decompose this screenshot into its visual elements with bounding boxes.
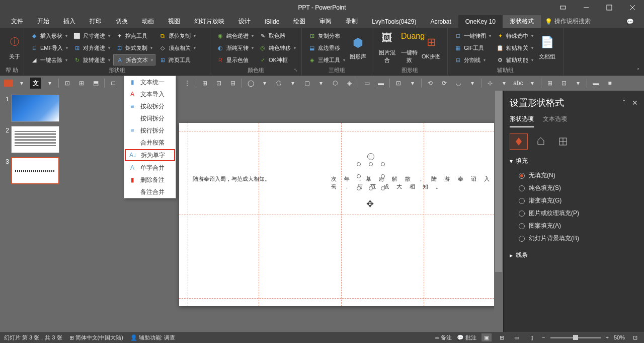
tab-design[interactable]: 设计 <box>231 15 258 28</box>
zoom-percent[interactable]: 50% <box>614 334 625 340</box>
fill-option-slidebg[interactable]: 幻灯片背景填充(B) <box>510 232 638 245</box>
thumbnail-2[interactable] <box>11 126 59 153</box>
qat-btn-27[interactable]: ⊡ <box>558 78 570 89</box>
share-button[interactable]: 💬 <box>626 18 634 25</box>
image-blend-button[interactable]: 🖼图片混合 <box>376 30 397 65</box>
inplace-copy-button[interactable]: ⧉原位复制▾ <box>156 30 198 41</box>
menu-merge-notes[interactable]: 备注合并 <box>124 186 176 198</box>
tab-onekey[interactable]: OneKey 10 <box>458 15 503 28</box>
section-line-header[interactable]: ▸线条 <box>510 251 638 259</box>
menu-text-unify[interactable]: ▮文本统一 <box>124 76 176 88</box>
qat-btn-15[interactable]: ▢ <box>301 78 312 89</box>
zoom-in-button[interactable]: + <box>606 334 609 340</box>
qat-btn-dd23[interactable]: ▾ <box>467 78 478 89</box>
panel-icon-effects[interactable] <box>532 133 550 150</box>
qat-btn-dd20[interactable]: ▾ <box>407 78 418 89</box>
split-merge-text-button[interactable]: A拆合文本▾ <box>113 54 155 65</box>
tab-acrobat[interactable]: Acrobat <box>423 15 458 28</box>
qat-btn-1[interactable]: ⊡ <box>62 78 73 89</box>
menu-split-char[interactable]: A↓拆为单字 <box>125 149 175 161</box>
gif-tool-button[interactable]: ▦GIF工具 <box>452 42 493 53</box>
menu-delete-notes[interactable]: ▮删除备注 <box>124 174 176 186</box>
tab-review[interactable]: 审阅 <box>312 15 339 28</box>
panel-tab-text-options[interactable]: 文本选项 <box>543 115 567 127</box>
fill-option-none[interactable]: 无填充(N) <box>510 169 638 182</box>
panel-icon-fill[interactable] <box>510 133 528 150</box>
color-picker-button[interactable]: ✎取色器 <box>257 30 298 41</box>
menu-split-word[interactable]: 按词拆分 <box>124 112 176 124</box>
ok-frame-button[interactable]: ✓OK神框 <box>257 54 298 65</box>
tab-slideshow[interactable]: 幻灯片放映 <box>187 15 231 28</box>
qat-dd2[interactable]: ▾ <box>44 78 55 89</box>
tab-transitions[interactable]: 切换 <box>109 15 135 28</box>
fill-option-pattern[interactable]: 图案填充(A) <box>510 220 638 232</box>
emf-import-button[interactable]: EEMF导入▾ <box>28 42 70 53</box>
size-progressive-button[interactable]: ⬜尺寸递进▾ <box>71 30 112 41</box>
ok-collage-button[interactable]: ⊞OK拼图 <box>421 30 442 65</box>
selection-handles[interactable]: ↻ <box>359 164 383 188</box>
qat-btn-26[interactable]: ⊞ <box>544 78 555 89</box>
qat-btn-16[interactable]: ⬡ <box>330 78 341 89</box>
fit-to-window-button[interactable]: ⊡ <box>630 333 640 341</box>
document-group-button[interactable]: 📄文档组 <box>536 30 557 65</box>
panel-dropdown-button[interactable]: ˅ <box>622 99 626 107</box>
fill-option-picture[interactable]: 图片或纹理填充(P) <box>510 207 638 220</box>
view-slideshow-button[interactable]: ▯ <box>527 333 537 341</box>
section-fill-header[interactable]: ▾填充 <box>510 157 638 165</box>
gradient-solid-swap-button[interactable]: ◐渐纯互转▾ <box>214 42 256 53</box>
panel-tab-shape-options[interactable]: 形状选项 <box>510 115 534 127</box>
qat-text-button[interactable]: 文 <box>30 78 41 89</box>
qat-btn-9[interactable]: ⋮ <box>182 78 193 89</box>
ribbon-display-button[interactable] <box>551 0 575 15</box>
thumbnail-3[interactable] <box>11 157 59 184</box>
qat-btn-4[interactable]: ⊏ <box>108 78 119 89</box>
align-progressive-button[interactable]: ⊞对齐递进▾ <box>71 42 112 53</box>
slide-text-1[interactable]: 陆游奉诏入蜀，与范成大相知。 <box>193 175 270 183</box>
accessibility-tools-button[interactable]: ⚙辅助功能▾ <box>494 54 535 65</box>
slide-counter[interactable]: 幻灯片 第 3 张，共 3 张 <box>4 334 62 341</box>
qat-btn-dd15[interactable]: ▾ <box>315 78 327 89</box>
qat-btn-11[interactable]: ⊡ <box>213 78 224 89</box>
view-reading-button[interactable]: ▭ <box>512 333 522 341</box>
menu-text-import[interactable]: A文本导入 <box>124 88 176 100</box>
tab-lvyhtools[interactable]: LvyhTools(0429) <box>365 15 423 28</box>
insert-shape-button[interactable]: ◆插入形状▾ <box>28 30 70 41</box>
tab-insert[interactable]: 插入 <box>56 15 83 28</box>
qat-btn-21[interactable]: ⟲ <box>425 78 436 89</box>
tab-home[interactable]: 开始 <box>30 15 56 28</box>
menu-merge-paragraph[interactable]: 合并段落 <box>124 136 176 149</box>
qat-dd1[interactable]: ▾ <box>16 78 27 89</box>
qat-btn-25[interactable]: abc <box>513 78 524 89</box>
qat-btn-29[interactable]: ■ <box>604 78 615 89</box>
control-point-button[interactable]: ✦控点工具 <box>113 30 155 41</box>
fill-option-gradient[interactable]: 渐变填充(G) <box>510 194 638 207</box>
tab-view[interactable]: 视图 <box>161 15 187 28</box>
one-click-remove-button[interactable]: ◢一键去除▾ <box>28 54 70 65</box>
qat-btn-dd27[interactable]: ▾ <box>573 78 584 89</box>
qat-btn-10[interactable]: ⊞ <box>199 78 210 89</box>
rotate-progressive-button[interactable]: ↻旋转递进▾ <box>71 54 112 65</box>
shape-library-button[interactable]: ⬢图形库 <box>348 30 368 65</box>
qat-btn-19[interactable]: ▬ <box>375 78 386 89</box>
special-select-button[interactable]: ✦特殊选中▾ <box>494 30 535 41</box>
show-color-value-button[interactable]: R显示色值 <box>214 54 256 65</box>
thumbnail-1[interactable] <box>11 95 59 122</box>
qat-btn-dd14[interactable]: ▾ <box>287 78 298 89</box>
paste-related-button[interactable]: 📋粘贴相关▾ <box>494 42 535 53</box>
copy-distribute-button[interactable]: ⊞复制分布 <box>306 30 347 41</box>
qat-btn-17[interactable]: ◈ <box>344 78 355 89</box>
tell-me[interactable]: 💡操作说明搜索 <box>545 17 591 26</box>
tab-islide[interactable]: iSlide <box>258 15 286 28</box>
vertex-related-button[interactable]: ◇顶点相关▾ <box>156 42 198 53</box>
qat-btn-20[interactable]: ⊡ <box>393 78 404 89</box>
tab-animations[interactable]: 动画 <box>135 15 161 28</box>
qat-btn-dd24[interactable]: ▾ <box>499 78 510 89</box>
one-click-effect-button[interactable]: Duang一键特效 <box>398 30 420 65</box>
qat-btn-12[interactable]: ⊟ <box>227 78 238 89</box>
color-dialog-launcher[interactable]: ⤡ <box>294 67 300 74</box>
matrix-copy-button[interactable]: ⊡矩式复制▾ <box>113 42 155 53</box>
divider-button[interactable]: ⊟分割线▾ <box>452 54 493 65</box>
zoom-slider[interactable] <box>550 337 601 338</box>
zoom-out-button[interactable]: − <box>542 334 545 340</box>
qat-btn-22[interactable]: ⟳ <box>439 78 450 89</box>
